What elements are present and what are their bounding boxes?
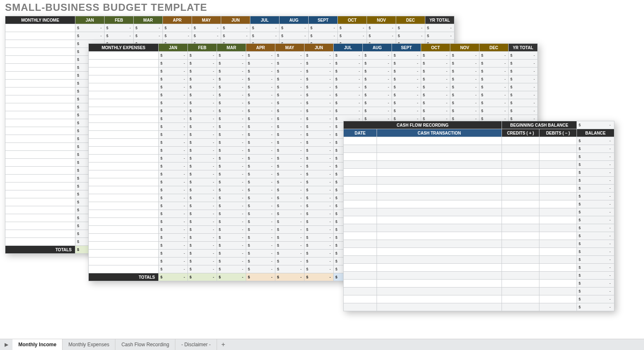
value-cell[interactable] [159, 52, 188, 60]
value-cell[interactable] [421, 68, 450, 75]
value-cell[interactable] [246, 99, 275, 107]
value-cell[interactable] [305, 186, 334, 194]
cf-transaction-cell[interactable] [377, 295, 502, 303]
cf-date-cell[interactable] [344, 240, 377, 248]
row-label[interactable] [5, 80, 75, 88]
value-cell[interactable] [188, 210, 217, 218]
value-cell[interactable] [246, 75, 275, 83]
value-cell[interactable] [217, 258, 246, 265]
cf-credit-cell[interactable] [502, 145, 539, 153]
row-label[interactable] [89, 258, 159, 265]
value-cell[interactable] [188, 202, 217, 210]
cf-transaction-cell[interactable] [377, 280, 502, 288]
cf-date-cell[interactable] [344, 303, 377, 311]
value-cell[interactable] [305, 60, 334, 68]
value-cell[interactable] [246, 234, 275, 242]
value-cell[interactable] [159, 218, 188, 226]
value-cell[interactable] [392, 107, 421, 115]
cf-balance-cell[interactable] [577, 153, 614, 161]
value-cell[interactable] [246, 226, 275, 234]
value-cell[interactable] [217, 139, 246, 147]
value-cell[interactable] [217, 202, 246, 210]
value-cell[interactable] [159, 83, 188, 91]
row-label[interactable] [5, 88, 75, 95]
cf-transaction-cell[interactable] [377, 161, 502, 169]
value-cell[interactable] [246, 60, 275, 68]
cf-debit-cell[interactable] [539, 200, 577, 208]
row-label[interactable] [5, 111, 75, 119]
value-cell[interactable] [450, 68, 479, 75]
row-label[interactable] [89, 52, 159, 60]
cf-credit-cell[interactable] [502, 216, 539, 224]
value-cell[interactable] [338, 32, 367, 40]
value-cell[interactable] [367, 32, 396, 40]
yr-total-cell[interactable] [509, 91, 538, 99]
value-cell[interactable] [275, 83, 305, 91]
row-label[interactable] [89, 202, 159, 210]
value-cell[interactable] [217, 242, 246, 250]
value-cell[interactable] [188, 68, 217, 75]
value-cell[interactable] [221, 24, 250, 32]
yr-total-cell[interactable] [509, 75, 538, 83]
value-cell[interactable] [305, 162, 334, 170]
cf-balance-cell[interactable] [577, 145, 614, 153]
value-cell[interactable] [188, 258, 217, 265]
value-cell[interactable] [450, 83, 479, 91]
cf-debit-cell[interactable] [539, 185, 577, 192]
row-label[interactable] [5, 182, 75, 190]
value-cell[interactable] [275, 234, 305, 242]
value-cell[interactable] [246, 186, 275, 194]
value-cell[interactable] [275, 250, 305, 258]
row-label[interactable] [5, 190, 75, 198]
value-cell[interactable] [421, 52, 450, 60]
value-cell[interactable] [188, 162, 217, 170]
cf-debit-cell[interactable] [539, 232, 577, 240]
row-label[interactable] [5, 206, 75, 214]
value-cell[interactable] [159, 194, 188, 202]
value-cell[interactable] [275, 202, 305, 210]
value-cell[interactable] [334, 75, 363, 83]
value-cell[interactable] [309, 32, 338, 40]
row-label[interactable] [89, 226, 159, 234]
value-cell[interactable] [188, 234, 217, 242]
value-cell[interactable] [305, 194, 334, 202]
value-cell[interactable] [246, 178, 275, 186]
yr-total-cell[interactable] [425, 32, 454, 40]
value-cell[interactable] [363, 83, 392, 91]
value-cell[interactable] [275, 139, 305, 147]
row-label[interactable] [89, 155, 159, 162]
value-cell[interactable] [450, 107, 479, 115]
cf-balance-cell[interactable] [577, 208, 614, 216]
value-cell[interactable] [188, 115, 217, 123]
tab-nav-icon[interactable]: ▶ [0, 342, 12, 348]
row-label[interactable] [5, 103, 75, 111]
cf-debit-cell[interactable] [539, 272, 577, 280]
cf-balance-cell[interactable] [577, 256, 614, 264]
cf-date-cell[interactable] [344, 153, 377, 161]
value-cell[interactable] [246, 107, 275, 115]
value-cell[interactable] [275, 147, 305, 155]
value-cell[interactable] [479, 83, 509, 91]
row-label[interactable] [5, 151, 75, 159]
value-cell[interactable] [246, 258, 275, 265]
cf-debit-cell[interactable] [539, 256, 577, 264]
value-cell[interactable] [75, 24, 105, 32]
row-label[interactable] [89, 178, 159, 186]
value-cell[interactable] [479, 99, 509, 107]
value-cell[interactable] [246, 170, 275, 178]
cf-debit-cell[interactable] [539, 303, 577, 311]
value-cell[interactable] [396, 32, 425, 40]
cf-debit-cell[interactable] [539, 288, 577, 295]
cf-date-cell[interactable] [344, 216, 377, 224]
row-label[interactable] [89, 194, 159, 202]
cf-balance-cell[interactable] [577, 192, 614, 200]
value-cell[interactable] [246, 139, 275, 147]
value-cell[interactable] [246, 83, 275, 91]
cf-date-cell[interactable] [344, 192, 377, 200]
row-label[interactable] [89, 75, 159, 83]
value-cell[interactable] [159, 60, 188, 68]
value-cell[interactable] [221, 32, 250, 40]
value-cell[interactable] [159, 115, 188, 123]
row-label[interactable] [5, 72, 75, 80]
value-cell[interactable] [246, 242, 275, 250]
